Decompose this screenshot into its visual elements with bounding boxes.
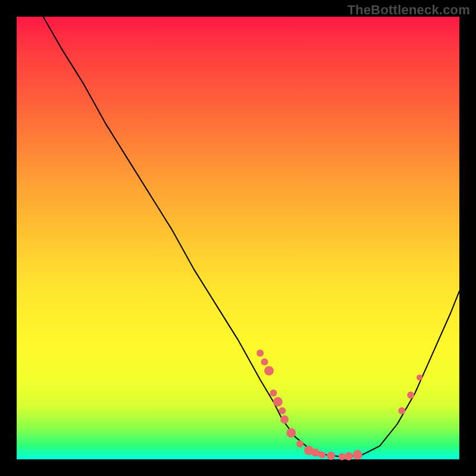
chart-frame — [17, 17, 459, 459]
data-marker — [280, 415, 289, 424]
data-marker — [296, 440, 303, 447]
data-marker — [345, 452, 353, 461]
data-marker — [261, 358, 268, 365]
data-marker — [318, 452, 325, 459]
data-marker — [327, 452, 335, 460]
data-marker — [264, 366, 274, 375]
data-marker — [339, 453, 346, 461]
chart-svg — [17, 17, 459, 459]
data-marker — [286, 428, 296, 437]
data-marker — [398, 407, 405, 414]
data-markers — [256, 349, 422, 460]
data-marker — [256, 349, 264, 356]
data-marker — [311, 449, 320, 457]
data-marker — [273, 397, 283, 406]
data-marker — [270, 389, 277, 396]
bottleneck-curve — [43, 17, 459, 457]
watermark-text: TheBottleneck.com — [347, 2, 470, 18]
data-marker — [278, 407, 286, 414]
data-marker — [407, 392, 414, 399]
data-marker — [416, 374, 422, 380]
data-marker — [353, 450, 362, 460]
